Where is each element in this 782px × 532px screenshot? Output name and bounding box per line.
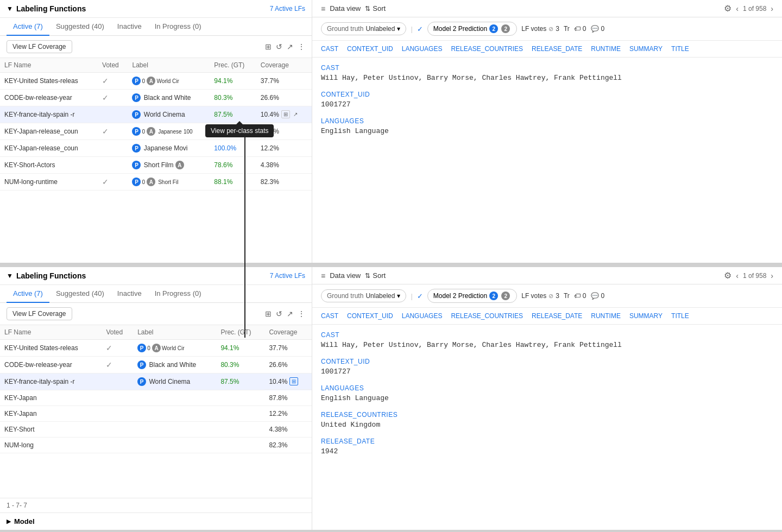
table-row: KEY-france-italy-spain -r P World Cinema… [0, 106, 312, 123]
tab-inprogress-top[interactable]: In Progress (0) [148, 18, 208, 36]
ground-truth-chip-bottom[interactable]: Ground truth Unlabeled ▾ [321, 289, 406, 302]
th-lfname-top: LF Name [0, 58, 98, 73]
perclass-stats-icon-top[interactable]: ⊞ [281, 110, 290, 118]
comment-icon-top: 💬 [591, 25, 599, 33]
table-row: KEY-Japan 12.2% [0, 406, 312, 422]
gear-icon-bottom[interactable]: ⚙ [724, 270, 731, 281]
sort-button-bottom[interactable]: ⇅ Sort [365, 271, 386, 280]
sort-label-top: Sort [373, 4, 386, 12]
col-runtime-top[interactable]: RUNTIME [591, 45, 621, 53]
field-value-cast-top: Will Hay, Peter Ustinov, Barry Morse, Ch… [321, 74, 773, 82]
comment-icon-bottom: 💬 [591, 292, 599, 300]
tab-suggested-bottom[interactable]: Suggested (40) [49, 285, 111, 303]
col-runtime-bottom[interactable]: RUNTIME [591, 312, 621, 320]
tab-inprogress-bottom[interactable]: In Progress (0) [148, 285, 208, 303]
col-context-top[interactable]: CONTEXT_UID [347, 45, 393, 53]
tab-inactive-bottom[interactable]: Inactive [111, 285, 148, 303]
perclass-stats-icon-bottom[interactable]: ⊞ [289, 377, 298, 385]
field-release-date-bottom: RELEASE_DATE 1942 [321, 438, 773, 455]
tag-icon-bottom: 🏷 [574, 292, 581, 300]
table-row: KEY-Japan-release_coun P Japanese Movi 1… [0, 140, 312, 157]
field-context-top: CONTEXT_UID 1001727 [321, 91, 773, 109]
lf-name: KEY-United States-releas [0, 340, 102, 357]
view-coverage-btn-top[interactable]: View LF Coverage [7, 40, 72, 53]
table-row: NUM-long-runtime ✓ P0 A Short Fil 88.1% … [0, 174, 312, 191]
more-icon-top[interactable]: ⋮ [298, 42, 305, 51]
sort-button-top[interactable]: ⇅ Sort [365, 4, 386, 12]
lf-prec: 87.5% [210, 106, 256, 123]
lf-prec: 100.0% [210, 140, 256, 157]
unlabeled-value-top: Unlabeled [365, 25, 395, 33]
col-languages-top[interactable]: LANGUAGES [402, 45, 443, 53]
field-label-languages-bottom: LANGUAGES [321, 384, 773, 392]
refresh-icon-bottom[interactable]: ↺ [276, 309, 282, 318]
table-row: KEY-france-italy-spain -r P World Cinema… [0, 373, 312, 390]
refresh-icon-top[interactable]: ↺ [276, 42, 282, 51]
lf-header-bottom: ▼ Labeling Functions 7 Active LFs [0, 267, 312, 285]
col-title-bottom[interactable]: TITLE [671, 312, 689, 320]
tooltip-text: View per-class stats [211, 127, 268, 135]
field-value-context-top: 1001727 [321, 100, 773, 109]
model-pred-chip-bottom[interactable]: Model 2 Prediction 2 2 [427, 289, 517, 303]
tab-active-bottom[interactable]: Active (7) [7, 285, 49, 303]
th-voted-top: Voted [98, 58, 128, 73]
lf-table-bottom: LF Name Voted Label Prec. (GT) Coverage … [0, 325, 312, 453]
lf-voted: ✓ [98, 123, 128, 140]
data-filter-bar-top: Ground truth Unlabeled ▾ | ✓ Model 2 Pre… [312, 17, 782, 41]
lf-prec: 94.1% [210, 73, 256, 90]
lf-count-bottom: 3 [556, 292, 559, 300]
page-info-top: 1 of 958 [743, 5, 766, 12]
lf-coverage: 26.6% [264, 357, 312, 373]
tab-active-top[interactable]: Active (7) [7, 18, 49, 36]
more-icon-bottom[interactable]: ⋮ [298, 309, 305, 318]
model-pred-chip-top[interactable]: Model 2 Prediction 2 2 [427, 22, 517, 36]
tr-chip-top: Tr [564, 25, 570, 33]
lf-coverage: 82.3% [256, 174, 312, 191]
toolbar-icons-top: ⊞ ↺ ↗ ⋮ [265, 42, 305, 51]
view-coverage-btn-bottom[interactable]: View LF Coverage [7, 307, 72, 320]
tab-suggested-top[interactable]: Suggested (40) [49, 18, 111, 36]
lf-votes-label-top: LF votes [521, 25, 546, 33]
page-next-bottom[interactable]: › [771, 271, 773, 280]
page-next-top[interactable]: › [771, 4, 773, 13]
model-p-badge-top: 2 [489, 24, 498, 33]
field-value-release-countries-bottom: United Kingdom [321, 421, 773, 429]
col-summary-top[interactable]: SUMMARY [629, 45, 663, 53]
lf-name: KEY-Japan [0, 390, 102, 406]
col-release-countries-bottom[interactable]: RELEASE_COUNTRIES [451, 312, 523, 320]
chevron-right-icon: ▶ [7, 518, 11, 525]
chevron-down-icon-bottom: ▼ [7, 272, 13, 280]
lf-name: KEY-Japan-release_coun [0, 140, 98, 157]
page-prev-top[interactable]: ‹ [736, 4, 739, 13]
col-release-countries-top[interactable]: RELEASE_COUNTRIES [451, 45, 523, 53]
export-icon-top[interactable]: ↗ [287, 42, 293, 51]
lf-name: CODE-bw-release-year [0, 357, 102, 373]
filter-icon-bottom[interactable]: ⊞ [265, 309, 272, 318]
lf-prec [216, 390, 264, 406]
col-summary-bottom[interactable]: SUMMARY [629, 312, 663, 320]
toolbar-icons-bottom: ⊞ ↺ ↗ ⋮ [265, 309, 305, 318]
model-section-collapsed[interactable]: ▶ Model [0, 512, 312, 530]
lf-coverage: 37.7% [256, 73, 312, 90]
export-icon-bottom[interactable]: ↗ [287, 309, 293, 318]
col-languages-bottom[interactable]: LANGUAGES [402, 312, 443, 320]
col-title-top[interactable]: TITLE [671, 45, 689, 53]
gear-icon-top[interactable]: ⚙ [724, 3, 731, 14]
col-cast-top[interactable]: CAST [321, 45, 338, 53]
col-release-date-top[interactable]: RELEASE_DATE [532, 45, 582, 53]
data-header-bottom: ≡ Data view ⇅ Sort ⚙ ‹ 1 of 958 › [312, 267, 782, 284]
lf-voted [98, 157, 128, 174]
page-prev-bottom[interactable]: ‹ [736, 271, 739, 280]
col-cast-bottom[interactable]: CAST [321, 312, 338, 320]
filter-icon-top[interactable]: ⊞ [265, 42, 272, 51]
lf-label: P Short Film A [128, 157, 210, 174]
field-languages-bottom: LANGUAGES English Language [321, 384, 773, 402]
tab-inactive-top[interactable]: Inactive [111, 18, 148, 36]
tooltip-popup: View per-class stats [205, 124, 274, 137]
col-release-date-bottom[interactable]: RELEASE_DATE [532, 312, 582, 320]
lf-prec: 80.3% [210, 90, 256, 106]
expand-icon-top[interactable]: ↗ [292, 110, 299, 118]
ground-truth-chip-top[interactable]: Ground truth Unlabeled ▾ [321, 22, 406, 35]
field-value-languages-top: English Language [321, 127, 773, 135]
col-context-bottom[interactable]: CONTEXT_UID [347, 312, 393, 320]
